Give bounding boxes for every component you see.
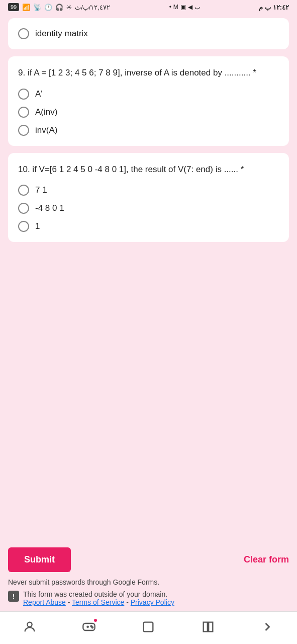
q9-option-a[interactable]: A' (18, 89, 279, 100)
nav-home-icon[interactable] (138, 617, 158, 637)
submit-area: Submit Clear form (0, 539, 297, 576)
time-display: ١٢:٤٢ ب م (259, 4, 289, 11)
q9-option-c[interactable]: inv(A) (18, 125, 279, 136)
q10b-label: -4 8 0 1 (35, 203, 64, 213)
content-area: identity matrix 9. if A = [1 2 3; 4 5 6;… (0, 13, 297, 539)
nav-book-icon[interactable] (198, 617, 218, 637)
square-icon: ▣ (180, 4, 186, 11)
separator-1: - (68, 598, 72, 606)
wifi-icon: 📶 (22, 4, 30, 11)
q10-option-a[interactable]: 7 1 (18, 185, 279, 196)
question-9-options: A' A(inv) inv(A) (18, 89, 279, 136)
warning-text: This form was created outside of your do… (23, 590, 167, 598)
svg-point-0 (27, 622, 32, 627)
svg-point-5 (92, 627, 93, 628)
q9b-label: A(inv) (35, 107, 57, 117)
q10-option-b[interactable]: -4 8 0 1 (18, 203, 279, 214)
submit-button[interactable]: Submit (8, 547, 71, 572)
radio-q9a[interactable] (18, 89, 29, 100)
bottom-nav (0, 611, 297, 644)
q10c-label: 1 (35, 221, 40, 231)
nav-dot (94, 619, 97, 622)
status-bar: 99 📶 📡 🕐 🎧 ✳ ١٢,٤٧٢/ب/ث • M ▣ ◀ ب ١٢:٤٢ … (0, 0, 297, 13)
radio-q9c[interactable] (18, 125, 29, 136)
nav-profile-icon[interactable] (20, 617, 40, 637)
radio-q10a[interactable] (18, 185, 29, 196)
m-icon: M (173, 4, 178, 11)
question-10-content: 10. if V=[6 1 2 4 5 0 -4 8 0 1], the res… (18, 165, 244, 174)
question-9-text: 9. if A = [1 2 3; 4 5 6; 7 8 9], inverse… (18, 66, 279, 79)
question-10-text: 10. if V=[6 1 2 4 5 0 -4 8 0 1], the res… (18, 163, 279, 176)
question-9-card: 9. if A = [1 2 3; 4 5 6; 7 8 9], inverse… (8, 56, 289, 146)
clock-icon: 🕐 (44, 4, 52, 11)
clear-form-button[interactable]: Clear form (244, 554, 289, 565)
question-9-content: 9. if A = [1 2 3; 4 5 6; 7 8 9], inverse… (18, 68, 256, 77)
never-submit-text: Never submit passwords through Google Fo… (8, 578, 289, 586)
radio-q10c[interactable] (18, 221, 29, 232)
domain-warning: ! This form was created outside of your … (8, 590, 289, 606)
separator-2: - (126, 598, 131, 606)
radio-identity-matrix[interactable] (18, 28, 29, 39)
bt-icon: ✳ (66, 4, 72, 11)
terms-of-service-link[interactable]: Terms of Service (72, 598, 124, 606)
radio-q9b[interactable] (18, 107, 29, 118)
svg-rect-6 (144, 622, 153, 632)
headphone-icon: 🎧 (55, 4, 63, 11)
q9-option-b[interactable]: A(inv) (18, 107, 279, 118)
nav-gamepad-icon[interactable] (79, 617, 99, 637)
previous-answer-card: identity matrix (8, 18, 289, 49)
signal-icon: 📡 (33, 4, 41, 11)
p-text: ب (194, 4, 200, 11)
footer: Never submit passwords through Google Fo… (0, 576, 297, 611)
identity-matrix-label: identity matrix (35, 29, 88, 39)
status-left: 99 📶 📡 🕐 🎧 ✳ ١٢,٤٧٢/ب/ث (8, 3, 110, 11)
warning-text-container: This form was created outside of your do… (23, 590, 174, 606)
privacy-policy-link[interactable]: Privacy Policy (131, 598, 174, 606)
q10a-label: 7 1 (35, 185, 47, 195)
radio-q10b[interactable] (18, 203, 29, 214)
nav-arrow: ◀ (188, 4, 192, 11)
q9c-label: inv(A) (35, 125, 57, 135)
footer-links: Report Abuse - Terms of Service - Privac… (23, 598, 174, 606)
dot-separator: • (169, 4, 171, 11)
nav-forward-icon[interactable] (257, 617, 277, 637)
q10-option-c[interactable]: 1 (18, 221, 279, 232)
warning-icon: ! (8, 591, 19, 602)
status-middle: • M ▣ ◀ ب (169, 4, 200, 11)
carrier-text: ١٢,٤٧٢/ب/ث (75, 4, 110, 11)
question-10-options: 7 1 -4 8 0 1 1 (18, 185, 279, 232)
report-abuse-link[interactable]: Report Abuse (23, 598, 66, 606)
prev-option-row: identity matrix (18, 28, 279, 39)
q9a-label: A' (35, 89, 43, 99)
question-10-card: 10. if V=[6 1 2 4 5 0 -4 8 0 1], the res… (8, 153, 289, 243)
battery-icon: 99 (8, 3, 19, 11)
